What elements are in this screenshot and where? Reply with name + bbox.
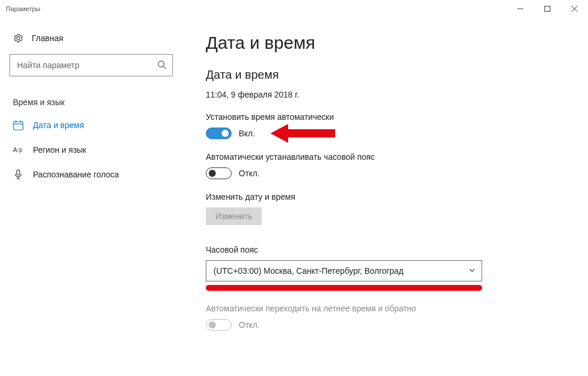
change-datetime-label: Изменить дату и время bbox=[206, 192, 574, 202]
window-controls bbox=[507, 0, 588, 18]
close-icon bbox=[572, 6, 577, 12]
svg-rect-2 bbox=[14, 122, 23, 130]
red-arrow-annotation bbox=[270, 123, 335, 146]
dst-state: Откл. bbox=[239, 320, 260, 330]
timezone-selected: (UTC+03:00) Москва, Санкт-Петербург, Вол… bbox=[213, 266, 469, 276]
auto-time-toggle-row: Вкл. bbox=[206, 127, 574, 139]
sidebar-item-label: Дата и время bbox=[33, 120, 84, 130]
language-icon: A字 bbox=[13, 145, 24, 155]
sidebar-item-date-time[interactable]: Дата и время bbox=[5, 113, 178, 137]
svg-point-1 bbox=[158, 61, 164, 67]
timezone-label: Часовой пояс bbox=[206, 245, 574, 254]
calendar-icon bbox=[13, 120, 24, 130]
auto-tz-label: Автоматически устанавливать часовой пояс bbox=[206, 152, 574, 162]
minimize-icon bbox=[517, 6, 523, 12]
sidebar: Главная Время и язык Дата и время A字 Рег… bbox=[0, 18, 182, 376]
search-box[interactable] bbox=[9, 54, 173, 76]
sidebar-section-label: Время и язык bbox=[5, 76, 178, 113]
toggle-knob bbox=[209, 321, 216, 328]
sidebar-item-speech[interactable]: Распознавание голоса bbox=[5, 162, 178, 187]
group-heading: Дата и время bbox=[206, 68, 574, 82]
auto-tz-toggle[interactable] bbox=[206, 167, 232, 179]
content-area: Главная Время и язык Дата и время A字 Рег… bbox=[0, 18, 588, 376]
dst-toggle bbox=[206, 319, 232, 331]
svg-text:A: A bbox=[13, 146, 18, 153]
auto-time-label: Установить время автоматически bbox=[206, 112, 574, 122]
sidebar-item-region-language[interactable]: A字 Регион и язык bbox=[5, 137, 178, 162]
close-button[interactable] bbox=[561, 0, 588, 18]
minimize-button[interactable] bbox=[507, 0, 534, 18]
sidebar-item-label: Регион и язык bbox=[33, 145, 86, 155]
maximize-icon bbox=[544, 6, 550, 12]
svg-rect-0 bbox=[545, 6, 550, 12]
timezone-dropdown[interactable]: (UTC+03:00) Москва, Санкт-Петербург, Вол… bbox=[206, 260, 482, 281]
page-title: Дата и время bbox=[206, 33, 574, 53]
home-label: Главная bbox=[32, 33, 63, 43]
svg-marker-6 bbox=[270, 124, 335, 143]
toggle-knob bbox=[222, 130, 229, 137]
search-input[interactable] bbox=[17, 61, 157, 70]
mic-icon bbox=[13, 169, 24, 180]
dst-toggle-row: Откл. bbox=[206, 319, 574, 331]
main-pane: Дата и время Дата и время 11:04, 9 февра… bbox=[182, 18, 588, 376]
svg-rect-5 bbox=[17, 170, 20, 175]
search-icon bbox=[157, 60, 166, 71]
chevron-down-icon bbox=[469, 267, 476, 276]
dst-label: Автоматически переходить на летнее время… bbox=[206, 304, 574, 313]
svg-text:字: 字 bbox=[18, 148, 23, 154]
window-titlebar: Параметры bbox=[0, 0, 588, 18]
sidebar-item-label: Распознавание голоса bbox=[33, 170, 119, 179]
home-nav[interactable]: Главная bbox=[5, 29, 178, 47]
maximize-button[interactable] bbox=[534, 0, 561, 18]
auto-time-state: Вкл. bbox=[239, 129, 255, 138]
auto-tz-toggle-row: Откл. bbox=[206, 167, 574, 179]
red-underline-annotation bbox=[206, 285, 482, 291]
change-button: Изменить bbox=[206, 207, 262, 225]
toggle-knob bbox=[209, 170, 216, 177]
auto-time-toggle[interactable] bbox=[206, 127, 232, 139]
current-datetime: 11:04, 9 февраля 2018 г. bbox=[206, 90, 574, 99]
gear-icon bbox=[13, 33, 24, 43]
window-title: Параметры bbox=[6, 5, 41, 12]
auto-tz-state: Откл. bbox=[239, 169, 260, 178]
